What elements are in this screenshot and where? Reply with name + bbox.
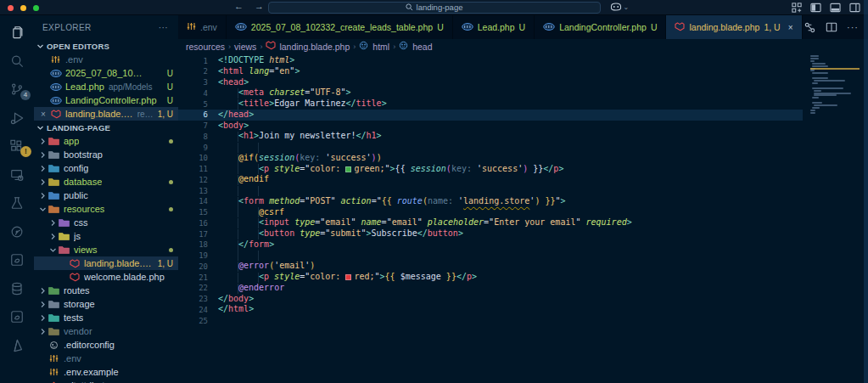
open-editor-item[interactable]: .env [34,53,178,66]
explorer-icon[interactable] [0,20,34,44]
breadcrumb-item-views[interactable]: views [234,42,256,52]
database-icon[interactable] [0,277,34,301]
code-line[interactable]: 4<meta charset="UTF-8"> [178,87,868,99]
tab--env[interactable]: .env [178,15,227,39]
code-line[interactable]: 18</form> [178,239,868,251]
code-line[interactable]: 9 [178,142,868,153]
tree-item--editorconfig[interactable]: .editorconfig [34,338,178,352]
tree-item-bootstrap[interactable]: bootstrap [34,148,178,161]
split-editor-icon[interactable] [826,21,837,33]
folder-icon [58,232,70,241]
code-line[interactable]: 3<head> [178,77,868,88]
line-content [208,185,259,196]
token: > [377,131,382,140]
code-line[interactable]: 24</html> [178,304,868,315]
tree-item-config[interactable]: config [34,161,178,175]
breadcrumb-item-landing-blade-php[interactable]: landing.blade.php [266,41,350,52]
more-actions-icon[interactable]: ··· [847,22,859,32]
open-editor-item[interactable]: ×landing.blade.phpresources/views1, U [34,107,178,121]
tab-label: 2025_07_08_102332_create_leads_table.php [251,22,433,32]
search-icon[interactable] [0,49,34,73]
code-line[interactable]: 6</head> [178,110,868,121]
close-window-button[interactable] [8,5,14,11]
indent-guide [238,186,259,196]
breadcrumb-item-resources[interactable]: resources [186,42,225,52]
tree-item-storage[interactable]: storage [34,297,178,311]
breadcrumb-item-html[interactable]: html [359,41,389,52]
source-control-icon[interactable]: 4 [0,77,34,101]
open-changes-icon[interactable] [804,21,816,34]
tree-item-welcome-blade-php[interactable]: welcome.blade.php [34,270,178,284]
close-icon[interactable]: × [37,110,49,119]
code-line[interactable]: 23</body> [178,294,868,305]
toggle-panel-icon[interactable] [830,3,841,13]
code-line[interactable]: 1<!DOCTYPE html> [178,55,868,66]
code-line[interactable]: 17<button type="submit">Subscribe</butto… [178,228,868,239]
tree-item-tests[interactable]: tests [34,311,178,324]
extension-a-icon[interactable] [0,248,34,272]
close-icon[interactable]: × [788,23,793,32]
remote-explorer-icon[interactable] [0,163,34,187]
code-line[interactable]: 21<p style="color: red;">{{ $message }}<… [178,272,868,283]
code-line[interactable]: 15@csrf [178,207,868,218]
project-root-header[interactable]: LANDING-PAGE [34,121,178,134]
code-line[interactable]: 16<input type="email" name="email" place… [178,217,868,228]
testing-icon[interactable] [0,191,34,215]
open-editor-item[interactable]: Lead.phpapp/ModelsU [34,80,178,93]
tab-landing-blade-php[interactable]: landing.blade.php1, U× [666,15,802,39]
extensions-icon[interactable]: ! [0,134,34,158]
prisma-icon[interactable] [0,334,34,358]
tree-item-public[interactable]: public [34,189,178,202]
editor-code-area[interactable]: 1<!DOCTYPE html>2<html lang="en">3<head>… [178,54,868,383]
tree-item-landing-blade-php[interactable]: landing.blade.php1, U [34,256,178,270]
zoom-window-button[interactable] [33,5,39,11]
token: POST [310,196,330,206]
breadcrumb-item-head[interactable]: head [399,41,432,52]
minimize-window-button[interactable] [20,5,26,11]
editor-scrollbar[interactable] [864,0,868,383]
tree-item-resources[interactable]: resources [34,202,178,216]
tree-item--env[interactable]: .env [34,352,178,365]
code-line[interactable]: 11<p style="color: green;">{{ session(ke… [178,164,868,175]
tree-item-css[interactable]: css [34,216,178,229]
code-line[interactable]: 7<body> [178,121,868,132]
tree-item-vendor[interactable]: vendor [34,324,178,338]
open-editor-item[interactable]: LandingController.phpU [34,93,178,107]
back-icon[interactable]: ← [234,1,244,11]
customize-layout-icon[interactable] [792,3,802,13]
tree-item-app[interactable]: app [34,134,178,148]
code-line[interactable]: 25 [178,315,868,326]
code-line[interactable]: 2<html lang="en"> [178,66,868,77]
open-editor-item[interactable]: 2025_07_08_102332_create_leads_table.php… [34,66,178,80]
code-line[interactable]: 5<title>Edgar Martinez</title> [178,99,868,110]
tab-Lead-php[interactable]: Lead.phpU [453,15,535,39]
run-and-debug-icon[interactable] [0,106,34,130]
tab-LandingController-php[interactable]: LandingController.phpU [535,15,666,39]
gitlens-icon[interactable] [0,220,34,244]
tree-item-routes[interactable]: routes [34,284,178,297]
code-line[interactable]: 19 [178,251,868,262]
forward-icon[interactable]: → [255,1,264,11]
explorer-actions-icon[interactable]: ··· [159,23,168,32]
toggle-secondary-sidebar-icon[interactable] [849,3,860,13]
extension-b-icon[interactable] [0,305,34,329]
toggle-primary-sidebar-icon[interactable] [810,3,821,13]
tree-item--env-example[interactable]: .env.example [34,365,178,379]
code-line[interactable]: 20@error('email') [178,261,868,272]
open-editors-header[interactable]: OPEN EDITORS [34,39,178,53]
tab-2025-07-08-102332-create-leads-table-php[interactable]: 2025_07_08_102332_create_leads_table.php… [227,15,453,39]
minimap[interactable] [810,55,860,132]
code-line[interactable]: 8<h1>Join my newsletter!</h1> [178,131,868,142]
code-line[interactable]: 12@endif [178,174,868,185]
command-center-search[interactable]: landing-page [268,2,601,14]
tree-item-views[interactable]: views [34,243,178,256]
tree-item--gitattributes[interactable]: .gitattributes [34,379,178,383]
tree-item-js[interactable]: js [34,229,178,243]
code-line[interactable]: 13 [178,185,868,196]
copilot-menu[interactable]: ⌄ [610,3,630,11]
tree-item-database[interactable]: database [34,175,178,189]
token: landing.store [463,196,529,206]
code-line[interactable]: 22@enderror [178,283,868,294]
code-line[interactable]: 14<form method="POST" action="{{ route(n… [178,196,868,207]
code-line[interactable]: 10@if(session(key: 'success')) [178,153,868,164]
